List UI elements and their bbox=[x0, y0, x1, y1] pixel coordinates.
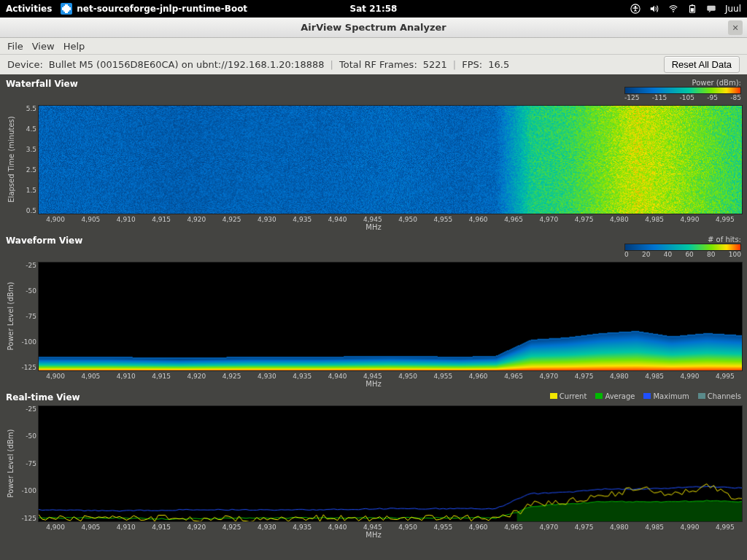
waterfall-yticks: 5.54.53.52.51.50.5 bbox=[18, 105, 38, 214]
chat-icon[interactable] bbox=[706, 4, 716, 14]
gnome-topbar: Activities net-sourceforge-jnlp-runtime-… bbox=[0, 0, 747, 18]
menu-help[interactable]: Help bbox=[61, 39, 88, 53]
waterfall-ylabel: Elapsed Time (minutes) bbox=[7, 117, 15, 203]
running-app-name: net-sourceforge-jnlp-runtime-Boot bbox=[77, 4, 247, 14]
waveform-plot[interactable] bbox=[38, 262, 743, 371]
svg-rect-6 bbox=[707, 6, 715, 11]
realtime-xaxis: 4,9004,9054,9104,9154,9204,9254,9304,935… bbox=[38, 524, 743, 531]
realtime-title: Real-time View bbox=[6, 392, 80, 402]
waterfall-xlabel: MHz bbox=[4, 223, 743, 231]
running-app[interactable]: net-sourceforge-jnlp-runtime-Boot bbox=[61, 3, 247, 15]
waterfall-panel: Waterfall View Power (dBm): -125-115-105… bbox=[4, 77, 743, 231]
app-window: AirView Spectrum Analyzer ✕ File View He… bbox=[0, 18, 747, 560]
window-titlebar: AirView Spectrum Analyzer ✕ bbox=[0, 18, 747, 38]
svg-rect-4 bbox=[692, 4, 694, 5]
frames-value: 5221 bbox=[423, 59, 447, 70]
realtime-yticks: -25-50-75-100-125 bbox=[18, 405, 38, 522]
realtime-ylabel: Power Level (dBm) bbox=[7, 429, 15, 498]
waveform-xlabel: MHz bbox=[4, 380, 743, 388]
realtime-legend: Current Average Maximum Channels bbox=[550, 392, 741, 400]
java-app-icon bbox=[61, 3, 72, 15]
device-label: Device: bbox=[7, 59, 43, 70]
menu-view[interactable]: View bbox=[29, 39, 58, 53]
waveform-legend-ticks: 020406080100 bbox=[624, 252, 741, 259]
battery-icon[interactable] bbox=[687, 4, 697, 14]
waterfall-xaxis: 4,9004,9054,9104,9154,9204,9254,9304,935… bbox=[38, 216, 743, 223]
fps-label: FPS: bbox=[462, 59, 482, 70]
realtime-xlabel: MHz bbox=[4, 531, 743, 539]
waveform-legend-label: # of hits: bbox=[708, 236, 741, 244]
waveform-title: Waveform View bbox=[6, 236, 82, 246]
waterfall-plot[interactable] bbox=[38, 105, 743, 214]
menubar: File View Help bbox=[0, 38, 747, 54]
status-line: Device: Bullet M5 (00156D8E60CA) on ubnt… bbox=[0, 54, 747, 74]
device-value: Bullet M5 (00156D8E60CA) on ubnt://192.1… bbox=[49, 59, 325, 70]
activities-button[interactable]: Activities bbox=[6, 4, 52, 14]
legend-average-swatch bbox=[595, 393, 603, 399]
waterfall-legend-label: Power (dBm): bbox=[692, 79, 741, 87]
svg-point-2 bbox=[673, 11, 674, 12]
clock[interactable]: Sat 21:58 bbox=[350, 4, 398, 14]
svg-rect-5 bbox=[691, 8, 694, 12]
menu-file[interactable]: File bbox=[4, 39, 26, 53]
waterfall-legend-ticks: -125-115-105-95-85 bbox=[624, 95, 741, 102]
waveform-panel: Waveform View # of hits: 020406080100 Po… bbox=[4, 234, 743, 388]
realtime-plot[interactable] bbox=[38, 405, 743, 522]
window-close-button[interactable]: ✕ bbox=[728, 20, 743, 35]
waterfall-legend-gradient bbox=[624, 87, 741, 94]
wifi-icon[interactable] bbox=[668, 4, 678, 14]
svg-point-1 bbox=[635, 6, 637, 8]
fps-value: 16.5 bbox=[488, 59, 509, 70]
user-name[interactable]: Juul bbox=[725, 4, 741, 14]
window-title: AirView Spectrum Analyzer bbox=[301, 22, 446, 33]
frames-label: Total RF Frames: bbox=[339, 59, 417, 70]
waveform-xaxis: 4,9004,9054,9104,9154,9204,9254,9304,935… bbox=[38, 373, 743, 380]
legend-channels-swatch bbox=[698, 393, 705, 399]
reset-all-data-button[interactable]: Reset All Data bbox=[664, 56, 740, 73]
waveform-ylabel: Power Level (dBm) bbox=[7, 282, 15, 351]
accessibility-icon[interactable] bbox=[630, 4, 640, 14]
legend-current-swatch bbox=[550, 393, 557, 399]
realtime-panel: Real-time View Current Average Maximum C… bbox=[4, 391, 743, 539]
legend-maximum-swatch bbox=[643, 393, 651, 399]
waveform-legend-gradient bbox=[624, 244, 741, 251]
volume-icon[interactable] bbox=[649, 4, 659, 14]
waveform-yticks: -25-50-75-100-125 bbox=[18, 262, 38, 371]
waterfall-title: Waterfall View bbox=[6, 79, 78, 89]
